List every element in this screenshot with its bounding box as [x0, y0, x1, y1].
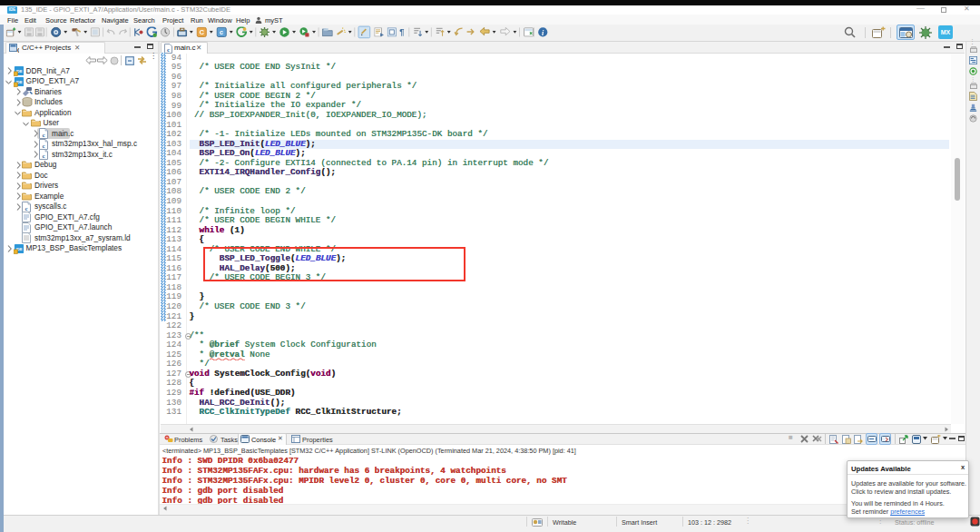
- svg-text:c: c: [42, 142, 44, 149]
- svg-text:c: c: [42, 153, 44, 160]
- svg-text:c: c: [220, 28, 223, 36]
- svg-text:C: C: [17, 47, 19, 54]
- svg-text:c: c: [42, 132, 44, 139]
- svg-text:C: C: [199, 28, 204, 36]
- svg-text:c: c: [167, 46, 170, 54]
- svg-text:c: c: [24, 204, 27, 212]
